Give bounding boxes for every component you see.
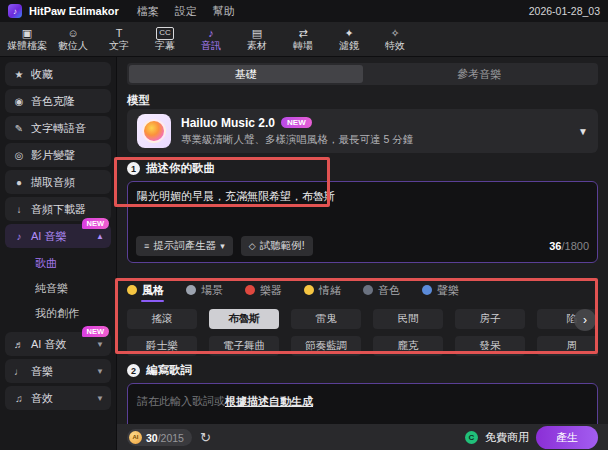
- text-to-speech-icon: ✎: [12, 123, 26, 134]
- tag-blues-selected[interactable]: 布魯斯: [209, 309, 279, 329]
- prompt-list-icon: ≡: [144, 241, 149, 251]
- main-toolbar: ▣ 媒體檔案 ☺ 數位人 T 文字 CC 字幕 ♪ 音訊 ▤ 素材 ⇄ 轉場 ✦…: [0, 22, 608, 57]
- toolbar-digital-human[interactable]: ☺ 數位人: [52, 22, 94, 56]
- describe-title: 描述你的歌曲: [146, 161, 215, 176]
- hailuo-logo-icon: [137, 114, 171, 148]
- tag-tab-style[interactable]: 風格: [127, 283, 164, 300]
- app-logo-icon: ♪: [8, 4, 22, 18]
- voice-clone-icon: ◉: [12, 96, 26, 107]
- audio-sidebar: ★ 收藏 ◉ 音色克隆 ✎ 文字轉語音 ◎ 影片變聲 ● 擷取音頻 ↓ 音頻下載…: [0, 57, 117, 450]
- toolbar-media[interactable]: ▣ 媒體檔案: [6, 22, 48, 56]
- menu-settings[interactable]: 設定: [175, 4, 197, 19]
- auto-generate-link[interactable]: 根據描述自動生成: [225, 395, 313, 407]
- tag-tab-instrument[interactable]: 樂器: [245, 283, 282, 300]
- tag-tab-vocal[interactable]: 聲樂: [422, 283, 459, 300]
- menu-help[interactable]: 幫助: [213, 4, 235, 19]
- sidebar-item-video-voice-changer[interactable]: ◎ 影片變聲: [5, 143, 111, 167]
- tag-daze[interactable]: 發呆: [455, 336, 525, 356]
- tab-reference-music[interactable]: 參考音樂: [363, 65, 597, 83]
- model-section-label: 模型: [127, 93, 150, 108]
- sfx-icon: ♫: [12, 393, 26, 404]
- tag-punk[interactable]: 龐克: [373, 336, 443, 356]
- lyrics-placeholder: 請在此輸入歌詞或: [137, 395, 225, 407]
- download-icon: ↓: [12, 204, 26, 215]
- star-icon: ★: [12, 69, 26, 80]
- lyrics-section-header: 2 編寫歌詞: [127, 363, 192, 378]
- ai-music-panel: 基礎 參考音樂 模型 Hailuo Music 2.0 NEW 專業級清晰人聲、…: [117, 57, 608, 450]
- refresh-icon[interactable]: ↻: [200, 430, 211, 445]
- sidebar-subitem-my-creations[interactable]: 我的創作: [5, 301, 111, 326]
- tag-house[interactable]: 房子: [455, 309, 525, 329]
- toolbar-elements[interactable]: ▤ 素材: [236, 22, 278, 56]
- commercial-use-label: 免費商用: [485, 430, 529, 445]
- tab-basic[interactable]: 基礎: [129, 65, 363, 83]
- elements-icon: ▤: [252, 27, 262, 40]
- tag-tab-emotion[interactable]: 情緒: [304, 283, 341, 300]
- music-icon: ♩: [12, 366, 26, 377]
- tag-partial[interactable]: 周: [537, 336, 598, 356]
- chevron-down-icon: ▼: [96, 394, 104, 403]
- tag-rock[interactable]: 搖滾: [127, 309, 197, 329]
- sidebar-item-extract-audio[interactable]: ● 擷取音頻: [5, 170, 111, 194]
- voice-changer-icon: ◎: [12, 150, 26, 161]
- tag-edm[interactable]: 電子舞曲: [209, 336, 279, 356]
- tag-tab-timbre[interactable]: 音色: [363, 283, 400, 300]
- tag-buttons-grid: 搖滾 布魯斯 雷鬼 民間 房子 陷 爵士樂 電子舞曲 節奏藍調 龐克 發呆 周: [127, 309, 598, 363]
- sidebar-item-voice-clone[interactable]: ◉ 音色克隆: [5, 89, 111, 113]
- subtitle-icon: CC: [156, 27, 174, 40]
- sidebar-item-music[interactable]: ♩ 音樂 ▼: [5, 359, 111, 383]
- ai-music-icon: ♪: [12, 231, 26, 242]
- tag-jazz[interactable]: 爵士樂: [127, 336, 197, 356]
- sidebar-item-sfx[interactable]: ♫ 音效 ▼: [5, 386, 111, 410]
- toolbar-filters[interactable]: ✦ 濾鏡: [328, 22, 370, 56]
- sidebar-item-favorites[interactable]: ★ 收藏: [5, 62, 111, 86]
- clapper-icon: [186, 285, 196, 295]
- media-icon: ▣: [22, 27, 32, 40]
- chevron-down-icon: ▾: [220, 241, 225, 251]
- generation-footer: AI 30/2015 ↻ C 免費商用 產生: [117, 424, 608, 450]
- sidebar-subitem-song[interactable]: 歌曲: [5, 251, 111, 276]
- collapse-icon: ▲: [96, 232, 104, 241]
- filter-icon: ✦: [344, 27, 353, 40]
- sample-preview-button[interactable]: ◇ 試聽範例!: [241, 236, 313, 256]
- ai-sfx-icon: ♬: [12, 339, 26, 350]
- toolbar-effects[interactable]: ✧ 特效: [374, 22, 416, 56]
- tag-rnb[interactable]: 節奏藍調: [291, 336, 361, 356]
- toolbar-subtitles[interactable]: CC 字幕: [144, 22, 186, 56]
- tag-reggae[interactable]: 雷鬼: [291, 309, 361, 329]
- emotion-icon: [304, 285, 314, 295]
- toolbar-audio[interactable]: ♪ 音訊: [190, 22, 232, 56]
- toolbar-text[interactable]: T 文字: [98, 22, 140, 56]
- tags-scroll-right-button[interactable]: ›: [574, 309, 596, 331]
- sidebar-item-ai-music[interactable]: ♪ AI 音樂 ▲ NEW: [5, 224, 111, 248]
- model-selector[interactable]: Hailuo Music 2.0 NEW 專業級清晰人聲、多樣演唱風格，最長可達…: [127, 109, 598, 153]
- sample-icon: ◇: [249, 241, 256, 251]
- tag-tab-scene[interactable]: 場景: [186, 283, 223, 300]
- app-title: HitPaw Edimakor: [29, 5, 119, 17]
- tags-panel: 風格 場景 樂器 情緒 音色 聲樂: [127, 281, 598, 363]
- generate-button[interactable]: 產生: [536, 426, 598, 449]
- vocal-icon: [422, 285, 432, 295]
- credits-pill[interactable]: AI 30/2015: [127, 429, 192, 446]
- tag-category-tabs: 風格 場景 樂器 情緒 音色 聲樂: [127, 281, 598, 301]
- sidebar-item-text-to-speech[interactable]: ✎ 文字轉語音: [5, 116, 111, 140]
- sidebar-subitem-instrumental[interactable]: 純音樂: [5, 276, 111, 301]
- new-badge: NEW: [82, 326, 110, 337]
- transition-icon: ⇄: [298, 27, 307, 40]
- text-icon: T: [116, 27, 123, 40]
- step-2-badge: 2: [127, 364, 140, 377]
- char-counter: 36/1800: [549, 240, 589, 252]
- avatar-icon: ☺: [67, 27, 78, 40]
- toolbar-transitions[interactable]: ⇄ 轉場: [282, 22, 324, 56]
- bell-icon: [127, 285, 137, 295]
- prompt-generator-button[interactable]: ≡ 提示詞產生器 ▾: [136, 236, 233, 256]
- new-badge: NEW: [82, 218, 110, 229]
- credits-total: /2015: [158, 432, 184, 444]
- describe-section-header: 1 描述你的歌曲: [127, 161, 215, 176]
- menu-file[interactable]: 檔案: [137, 4, 159, 19]
- song-description-input[interactable]: 陽光明媚的早晨，充滿無限希望，布魯斯 ≡ 提示詞產生器 ▾ ◇ 試聽範例! 36…: [127, 181, 598, 263]
- sidebar-item-ai-sfx[interactable]: ♬ AI 音效 ▼ NEW: [5, 332, 111, 356]
- credits-remaining: 30: [146, 432, 158, 444]
- title-bar: ♪ HitPaw Edimakor 檔案 設定 幫助 2026-01-28_03: [0, 0, 608, 22]
- tag-folk[interactable]: 民間: [373, 309, 443, 329]
